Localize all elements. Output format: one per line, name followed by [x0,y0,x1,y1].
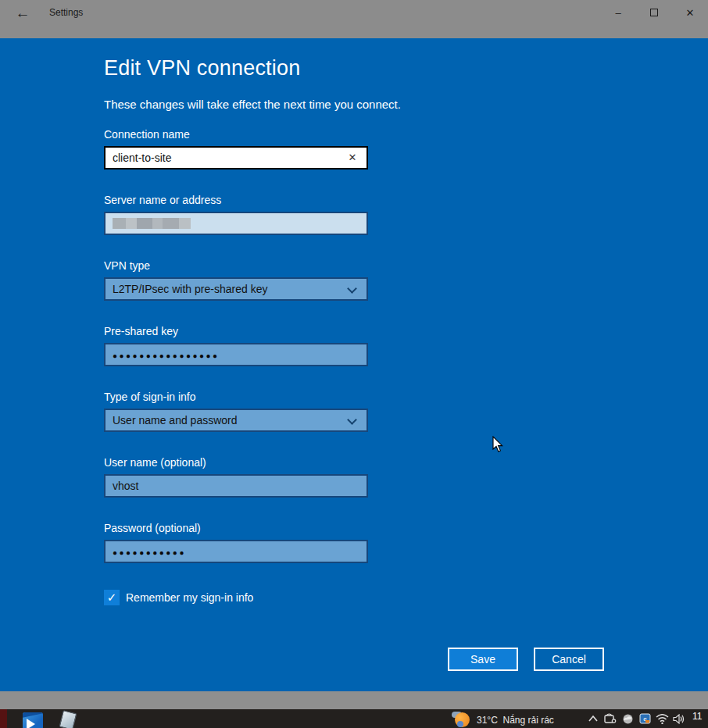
tray-device-icon[interactable] [602,712,619,726]
volume-icon[interactable] [670,712,688,726]
password-label: Password (optional) [104,522,612,534]
back-arrow-icon: ← [16,5,30,21]
username-value: vhost [113,480,138,492]
window-controls: – ✕ [600,0,708,25]
server-address-group: Server name or address [104,194,612,235]
chevron-down-icon [347,415,357,425]
system-tray: e [585,709,688,728]
dimmed-window-strip [0,691,708,709]
close-icon: ✕ [686,7,695,19]
titlebar: ← Settings – ✕ [0,0,708,38]
password-input[interactable]: ●●●●●●●●●●● [104,540,368,563]
weather-text[interactable]: 31°C Nắng rải rác [477,715,554,726]
tray-ime-language-icon[interactable]: e [636,712,653,726]
back-button[interactable]: ← [11,3,34,23]
cancel-button[interactable]: Cancel [534,648,604,671]
vpn-type-label: VPN type [104,259,612,272]
mouse-cursor [492,436,505,456]
signin-type-dropdown[interactable]: User name and password [104,409,368,432]
taskbar-clock[interactable]: 11 [692,711,702,722]
maximize-button[interactable] [636,0,672,25]
connection-name-input[interactable]: client-to-site ✕ [104,146,368,170]
tray-onedrive-icon[interactable] [619,712,636,726]
remember-signin-checkbox[interactable]: ✓ [104,590,120,605]
weather-icon[interactable] [452,712,470,728]
desktop-wallpaper-sliver [0,709,7,728]
password-masked-value: ●●●●●●●●●●● [113,547,186,557]
password-group: Password (optional) ●●●●●●●●●●● [104,522,612,563]
preshared-key-input[interactable]: ●●●●●●●●●●●●●●●● [104,343,368,366]
minimize-icon: – [615,7,620,19]
connection-name-label: Connection name [104,128,612,141]
preshared-key-label: Pre-shared key [104,325,612,337]
minimize-button[interactable]: – [600,0,636,25]
username-group: User name (optional) vhost [104,456,612,498]
wifi-icon[interactable] [653,712,670,726]
checkmark-icon: ✓ [107,591,117,604]
vpn-type-dropdown[interactable]: L2TP/IPsec with pre-shared key [104,277,368,301]
server-address-label: Server name or address [104,194,612,206]
server-address-input[interactable] [104,212,368,235]
vpn-dialog: Edit VPN connection These changes will t… [0,38,708,691]
vpn-type-group: VPN type L2TP/IPsec with pre-shared key [104,259,612,301]
maximize-icon [650,9,658,16]
preshared-key-group: Pre-shared key ●●●●●●●●●●●●●●●● [104,325,612,366]
redacted-value [113,218,191,229]
clear-text-icon[interactable]: ✕ [343,148,362,168]
signin-type-label: Type of sign-in info [104,391,612,403]
preshared-key-masked-value: ●●●●●●●●●●●●●●●● [113,350,220,360]
save-button[interactable]: Save [448,648,518,671]
screen: ← Settings – ✕ Edit VPN connection These… [0,0,708,728]
page-subtitle: These changes will take effect the next … [104,98,612,111]
signin-type-group: Type of sign-in info User name and passw… [104,391,612,432]
chevron-down-icon [347,284,357,294]
page-title: Edit VPN connection [104,56,612,80]
remember-signin-row: ✓ Remember my sign-in info [104,590,612,605]
connection-name-value: client-to-site [113,152,171,164]
connection-name-group: Connection name client-to-site ✕ [104,128,612,170]
remember-signin-label: Remember my sign-in info [126,591,253,604]
username-label: User name (optional) [104,456,612,469]
window-title: Settings [49,7,83,18]
tray-overflow-chevron-icon[interactable] [585,712,602,726]
vpn-type-value: L2TP/IPsec with pre-shared key [113,283,267,295]
username-input[interactable]: vhost [104,474,368,498]
taskbar-media-player-icon[interactable] [23,712,43,728]
signin-type-value: User name and password [113,414,238,426]
close-button[interactable]: ✕ [672,0,708,25]
